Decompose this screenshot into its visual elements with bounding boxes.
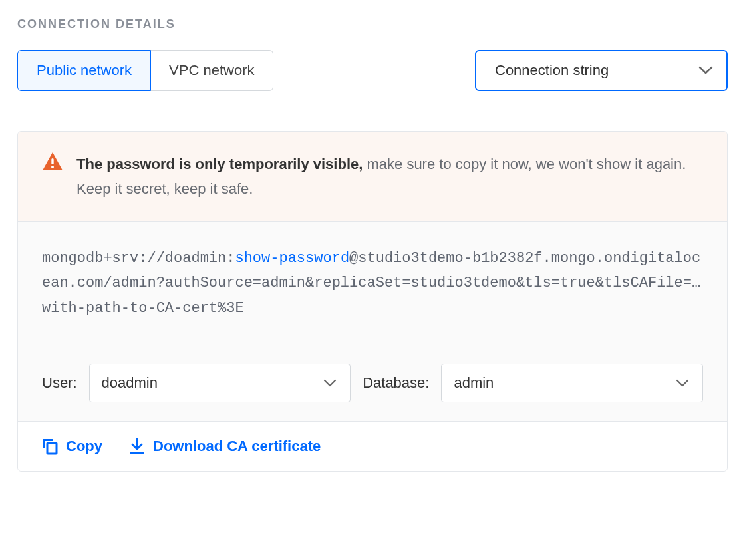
copy-button[interactable]: Copy: [42, 438, 102, 455]
svg-rect-3: [43, 439, 45, 448]
database-select[interactable]: admin: [441, 364, 703, 402]
copy-label: Copy: [66, 438, 102, 455]
user-select[interactable]: doadmin: [89, 364, 351, 402]
svg-rect-0: [51, 158, 53, 164]
connection-string-prefix: mongodb+srv://doadmin:: [42, 250, 235, 267]
alert-text: The password is only temporarily visible…: [76, 152, 703, 202]
actions-row: Copy Download CA certificate: [18, 422, 727, 471]
connection-format-value: Connection string: [495, 62, 609, 79]
chevron-down-icon: [698, 66, 713, 75]
download-ca-button[interactable]: Download CA certificate: [129, 438, 321, 455]
chevron-down-icon: [323, 379, 337, 387]
download-ca-label: Download CA certificate: [153, 438, 321, 455]
top-controls-row: Public network VPC network Connection st…: [17, 50, 728, 91]
download-icon: [129, 438, 145, 455]
show-password-link[interactable]: show-password: [235, 250, 349, 267]
tab-public-network[interactable]: Public network: [17, 50, 151, 91]
selectors-row: User: doadmin Database: admin: [18, 345, 727, 422]
copy-icon: [42, 438, 58, 455]
user-select-value: doadmin: [102, 374, 158, 392]
database-label: Database:: [363, 374, 429, 392]
connection-string-block: mongodb+srv://doadmin:show-password@stud…: [18, 222, 727, 345]
alert-strong: The password is only temporarily visible…: [76, 156, 363, 172]
password-warning-alert: The password is only temporarily visible…: [18, 132, 727, 222]
chevron-down-icon: [676, 379, 689, 387]
network-segmented-control: Public network VPC network: [17, 50, 273, 91]
section-title: CONNECTION DETAILS: [17, 17, 728, 31]
tab-vpc-network[interactable]: VPC network: [150, 50, 273, 91]
database-select-value: admin: [454, 374, 494, 392]
svg-rect-4: [47, 443, 57, 454]
svg-point-1: [51, 166, 54, 168]
connection-format-select[interactable]: Connection string: [475, 50, 728, 91]
warning-icon: [42, 152, 63, 202]
connection-details-card: The password is only temporarily visible…: [17, 131, 728, 472]
user-label: User:: [42, 374, 77, 392]
